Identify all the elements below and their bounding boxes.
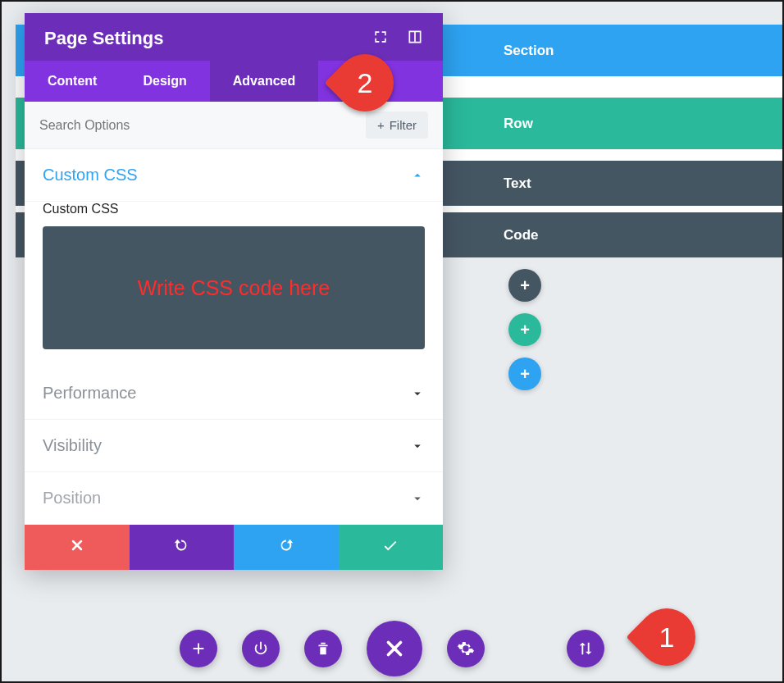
close-builder-button[interactable] — [367, 621, 422, 676]
filter-label: Filter — [390, 118, 417, 132]
snap-icon[interactable] — [407, 29, 423, 48]
plus-icon: + — [520, 276, 530, 295]
add-button[interactable] — [180, 630, 217, 667]
expand-icon[interactable] — [372, 29, 389, 48]
add-row-button[interactable]: + — [508, 313, 541, 346]
redo-button[interactable] — [234, 525, 339, 570]
sort-button[interactable] — [567, 630, 604, 667]
add-section-button[interactable]: + — [508, 357, 541, 390]
search-row: + Filter — [25, 102, 443, 149]
save-button[interactable] — [339, 525, 444, 570]
row-label: Row — [504, 116, 533, 132]
filter-button[interactable]: + Filter — [366, 112, 428, 139]
section-custom-css[interactable]: Custom CSS — [25, 149, 443, 202]
custom-css-editor[interactable]: Write CSS code here — [43, 226, 425, 349]
modal-title: Page Settings — [44, 28, 163, 49]
plus-icon: + — [520, 365, 530, 384]
section-visibility[interactable]: Visibility — [25, 420, 443, 472]
plus-icon: + — [520, 321, 530, 339]
section-performance[interactable]: Performance — [25, 367, 443, 420]
custom-css-content: Custom CSS Write CSS code here — [25, 202, 443, 367]
trash-button[interactable] — [304, 630, 342, 667]
modal-footer — [25, 525, 443, 570]
tab-advanced[interactable]: Advanced — [210, 61, 318, 102]
plus-icon: + — [377, 118, 385, 132]
modal-header: Page Settings — [25, 13, 443, 61]
section-title: Visibility — [43, 436, 102, 455]
code-label: Code — [504, 227, 539, 244]
pin-number: 1 — [659, 621, 675, 653]
power-button[interactable] — [242, 630, 280, 667]
undo-button[interactable] — [130, 525, 235, 570]
section-position[interactable]: Position — [25, 472, 443, 525]
text-label: Text — [504, 175, 531, 192]
discard-button[interactable] — [25, 525, 130, 570]
tab-design[interactable]: Design — [120, 61, 209, 102]
undo-icon — [172, 536, 190, 558]
page-settings-button[interactable] — [447, 630, 485, 667]
chevron-down-icon — [410, 386, 425, 401]
close-icon — [69, 537, 85, 558]
css-editor-hint: Write CSS code here — [138, 276, 330, 300]
tab-content[interactable]: Content — [25, 61, 120, 102]
check-icon — [381, 536, 399, 558]
pin-number: 2 — [358, 66, 373, 98]
custom-css-label: Custom CSS — [43, 202, 425, 216]
section-title: Custom CSS — [43, 166, 138, 184]
chevron-down-icon — [410, 491, 425, 506]
chevron-down-icon — [410, 439, 425, 453]
section-title: Position — [43, 489, 101, 508]
panel-body[interactable]: Custom CSS Custom CSS Write CSS code her… — [25, 149, 443, 525]
section-label: Section — [504, 43, 554, 59]
redo-icon — [277, 536, 295, 558]
chevron-up-icon — [410, 168, 425, 183]
add-module-button[interactable]: + — [508, 269, 541, 302]
search-input[interactable] — [39, 118, 366, 133]
section-title: Performance — [43, 384, 137, 403]
